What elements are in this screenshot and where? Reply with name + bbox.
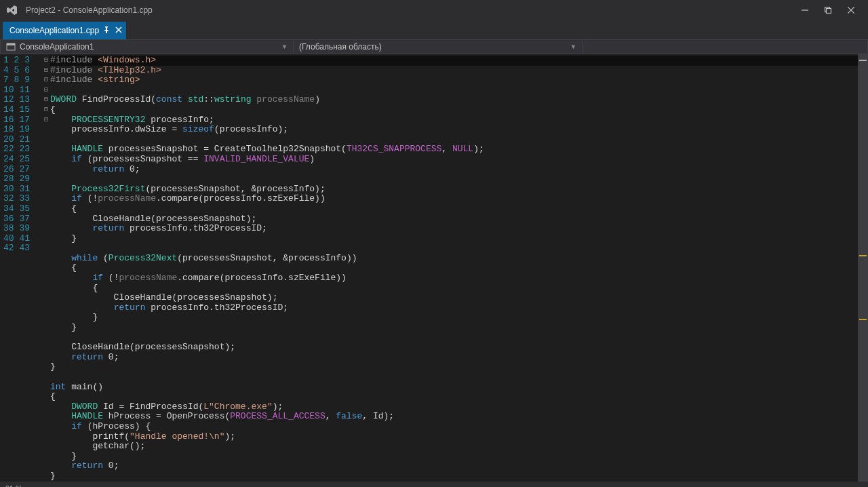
scope-global-label: (Глобальная область) [299,42,382,52]
scope-project-label: ConsoleApplication1 [20,42,94,52]
code-area[interactable]: #include <Windows.h> #include <TlHelp32.… [50,54,868,482]
tab-label: ConsoleApplication1.cpp [9,26,99,35]
status-bar: 91 % ▾ [0,482,868,487]
scrollbar-track [859,56,867,480]
minimize-button[interactable] [793,1,816,19]
titlebar: Project2 - ConsoleApplication1.cpp [0,0,868,20]
close-button[interactable] [840,1,863,19]
window-title: Project2 - ConsoleApplication1.cpp [26,5,793,15]
scope-dropdown-project[interactable]: ConsoleApplication1 ▼ [1,40,294,54]
navigation-bar: ConsoleApplication1 ▼ (Глобальная област… [0,39,868,54]
project-icon [6,42,16,52]
pin-icon[interactable] [103,26,110,35]
maximize-button[interactable] [816,1,840,19]
tab-active[interactable]: ConsoleApplication1.cpp [3,22,126,39]
code-editor[interactable]: 1 2 3 4 5 6 7 8 9 10 11 12 13 14 15 16 1… [0,54,868,482]
svg-rect-2 [827,9,831,14]
svg-rect-8 [7,43,15,45]
scope-dropdown-global[interactable]: (Глобальная область) ▼ [294,40,583,54]
tab-bar: ConsoleApplication1.cpp [0,20,868,39]
vertical-scrollbar[interactable] [858,54,868,482]
line-number-gutter: 1 2 3 4 5 6 7 8 9 10 11 12 13 14 15 16 1… [0,54,42,482]
fold-column[interactable]: ⊟ ⊟ ⊟ ⊟ ⊟ ⊟ ⊟ [42,54,50,482]
zoom-level: 91 % [5,484,22,487]
chevron-down-icon: ▼ [281,43,288,50]
tab-close-icon[interactable] [115,26,122,35]
chevron-down-icon: ▼ [570,43,576,50]
vs-logo-icon [7,5,18,16]
